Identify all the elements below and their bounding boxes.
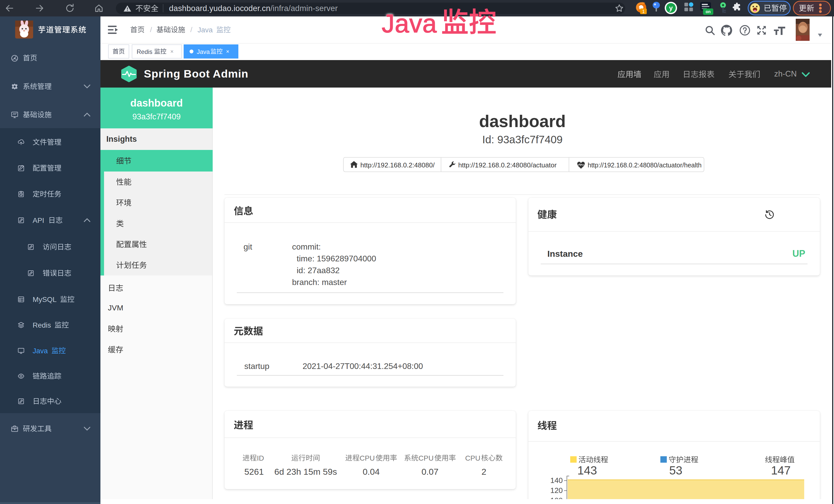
svg-text:1: 1 [642, 9, 645, 14]
svg-text:y: y [669, 4, 673, 12]
